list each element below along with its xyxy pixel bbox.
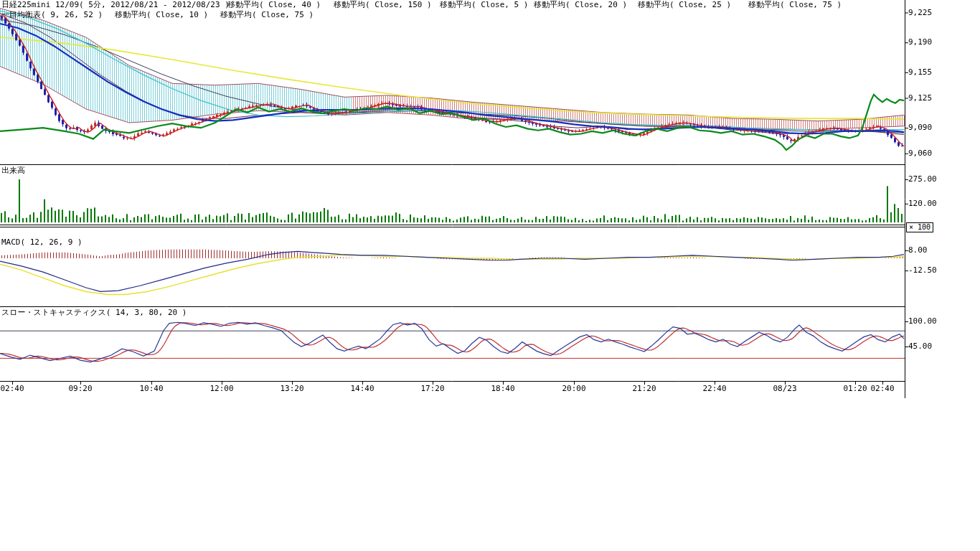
price-chart-canvas[interactable] (0, 0, 980, 551)
chart-application-window: 日経225mini 12/09( 5分, 2012/08/21 - 2012/0… (0, 0, 980, 551)
